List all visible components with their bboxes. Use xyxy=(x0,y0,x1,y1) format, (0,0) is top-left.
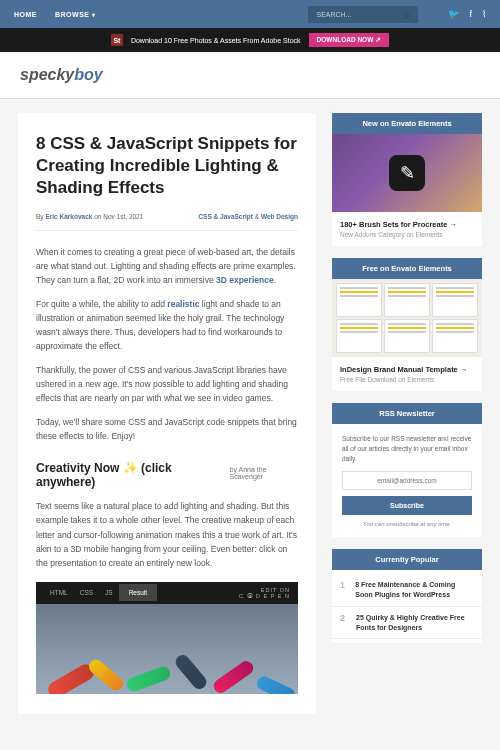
search-icon[interactable]: ⌕ xyxy=(404,9,410,20)
widget-image[interactable] xyxy=(332,279,482,357)
email-input[interactable] xyxy=(342,471,472,490)
tab-js[interactable]: JS xyxy=(99,589,119,596)
sidebar: New on Envato Elements ✎ 180+ Brush Sets… xyxy=(332,113,482,714)
popular-title: 25 Quirky & Highly Creative Free Fonts f… xyxy=(356,613,474,633)
rank-number: 1 xyxy=(340,580,347,600)
category-link[interactable]: Web Design xyxy=(261,213,298,220)
inline-link[interactable]: realistic xyxy=(167,299,199,309)
topbar: HOME BROWSE▾ ⌕ 🐦 f ⌇ xyxy=(0,0,500,28)
rank-number: 2 xyxy=(340,613,348,633)
widget-link[interactable]: InDesign Brand Manual Template → xyxy=(340,365,474,374)
social-links: 🐦 f ⌇ xyxy=(448,9,486,19)
widget-header: RSS Newsletter xyxy=(332,403,482,424)
logo-bar: speckyboy xyxy=(0,52,500,99)
unsubscribe-note: You can unsubscribe at any time. xyxy=(342,521,472,527)
popular-item[interactable]: 1 8 Free Maintenance & Coming Soon Plugi… xyxy=(332,574,482,607)
stock-icon: St xyxy=(111,34,123,46)
promo-bar: St Download 10 Free Photos & Assets From… xyxy=(0,28,500,52)
author-link[interactable]: Eric Karkovack xyxy=(45,213,92,220)
search-box[interactable]: ⌕ xyxy=(308,6,418,23)
nav-browse[interactable]: BROWSE▾ xyxy=(55,11,95,18)
chevron-down-icon: ▾ xyxy=(92,12,96,18)
site-logo[interactable]: speckyboy xyxy=(20,66,480,84)
twitter-icon[interactable]: 🐦 xyxy=(448,9,459,19)
widget-envato-free: Free on Envato Elements InDesign Brand M… xyxy=(332,258,482,391)
widget-popular: Currently Popular 1 8 Free Maintenance &… xyxy=(332,549,482,643)
popular-item[interactable]: 2 25 Quirky & Highly Creative Free Fonts… xyxy=(332,607,482,640)
download-now-button[interactable]: DOWNLOAD NOW ↗ xyxy=(309,33,390,47)
widget-header: Free on Envato Elements xyxy=(332,258,482,279)
widget-header: Currently Popular xyxy=(332,549,482,570)
widget-envato-new: New on Envato Elements ✎ 180+ Brush Sets… xyxy=(332,113,482,246)
tab-html[interactable]: HTML xyxy=(44,589,74,596)
embed-canvas[interactable] xyxy=(36,604,298,694)
byline: By Eric Karkovack on Nov 1st, 2021 CSS &… xyxy=(36,213,298,231)
widget-subtitle: New Addons Category on Elements xyxy=(340,231,474,238)
category-link[interactable]: CSS & JavaScript xyxy=(198,213,253,220)
subscribe-button[interactable]: Subscribe xyxy=(342,496,472,515)
widget-header: New on Envato Elements xyxy=(332,113,482,134)
article-body: When it comes to creating a great piece … xyxy=(36,245,298,693)
tab-css[interactable]: CSS xyxy=(74,589,99,596)
inline-link[interactable]: 3D experience xyxy=(216,275,274,285)
nav-home[interactable]: HOME xyxy=(14,11,37,18)
procreate-icon: ✎ xyxy=(389,155,425,191)
rss-description: Subscribe to our RSS newsletter and rece… xyxy=(342,434,472,463)
edit-on-codepen[interactable]: EDIT ONC ⦿ D E P E N xyxy=(239,587,290,599)
tab-result[interactable]: Result xyxy=(119,584,157,601)
search-input[interactable] xyxy=(316,11,404,18)
popular-title: 8 Free Maintenance & Coming Soon Plugins… xyxy=(355,580,474,600)
rss-icon[interactable]: ⌇ xyxy=(482,9,486,19)
article: 8 CSS & JavaScript Snippets for Creating… xyxy=(18,113,316,714)
widget-subtitle: Free File Download on Elements xyxy=(340,376,474,383)
widget-link[interactable]: 180+ Brush Sets for Procreate → xyxy=(340,220,474,229)
section-heading: Creativity Now ✨ (click anywhere)by Anna… xyxy=(36,461,298,489)
article-title: 8 CSS & JavaScript Snippets for Creating… xyxy=(36,133,298,199)
widget-image[interactable]: ✎ xyxy=(332,134,482,212)
facebook-icon[interactable]: f xyxy=(469,9,472,19)
embed-tabs: HTML CSS JS Result EDIT ONC ⦿ D E P E N xyxy=(36,582,298,604)
promo-text: Download 10 Free Photos & Assets From Ad… xyxy=(131,37,301,44)
codepen-embed: HTML CSS JS Result EDIT ONC ⦿ D E P E N xyxy=(36,582,298,694)
widget-rss: RSS Newsletter Subscribe to our RSS news… xyxy=(332,403,482,537)
